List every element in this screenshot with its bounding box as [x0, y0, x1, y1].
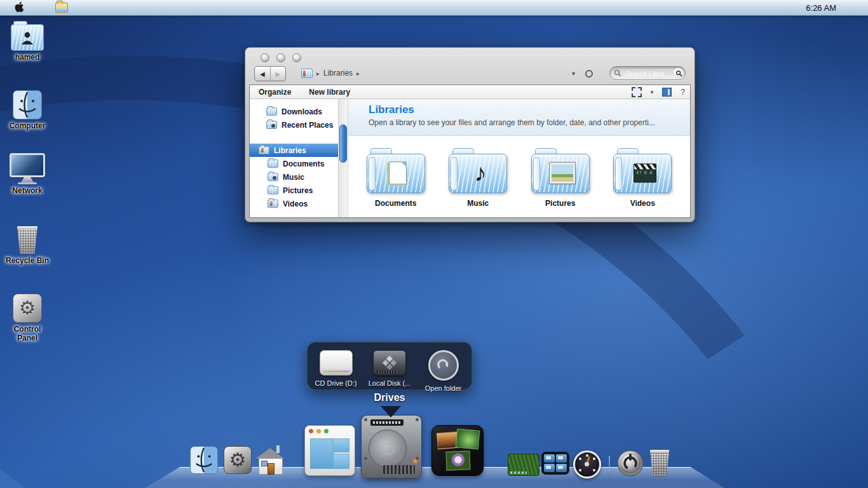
close-button[interactable]: [261, 53, 269, 62]
dock-trash-icon[interactable]: [648, 450, 671, 477]
sidebar-item-label: Documents: [283, 159, 324, 168]
drives-stack-popup: CD Drive (D:) Local Disk (... Open folde…: [307, 342, 472, 390]
dock-pictures-icon[interactable]: [431, 425, 484, 476]
dock-spaces-grid-icon[interactable]: [541, 452, 569, 475]
clapperboard-emblem-icon: [634, 163, 656, 182]
desktop-icon-recycle-bin[interactable]: Recycle Bin: [0, 222, 55, 265]
sidebar-item-label: Libraries: [274, 146, 306, 155]
popup-item-open-folder[interactable]: Open folder: [418, 350, 469, 392]
window-traffic-lights: [261, 53, 301, 62]
music-note-emblem-icon: ♪: [474, 159, 486, 186]
user-folder-icon: [11, 24, 44, 51]
music-library-icon: [268, 173, 278, 181]
sidebar-item-downloads[interactable]: Downloads: [250, 105, 338, 118]
library-folder-documents[interactable]: Documents: [355, 147, 437, 217]
desktop-icon-control-panel[interactable]: ⚙ Control Panel: [0, 291, 55, 342]
desktop-icon-user-folder[interactable]: hamed: [0, 19, 55, 62]
back-button[interactable]: ◀: [255, 67, 271, 81]
libraries-icon: [259, 146, 269, 154]
desktop-icon-label: Computer: [0, 121, 55, 130]
popup-pointer-arrow: [381, 406, 401, 417]
help-button[interactable]: ?: [681, 88, 685, 97]
imac-display-icon: [10, 153, 45, 184]
menu-bar-clock[interactable]: 6:26 AM: [806, 3, 836, 13]
sidebar-item-documents[interactable]: Documents: [250, 157, 338, 170]
new-library-button[interactable]: New library: [300, 88, 359, 97]
apple-menu-icon[interactable]: [14, 1, 25, 14]
dock-desktop-icon[interactable]: [508, 454, 539, 476]
search-input[interactable]: [623, 67, 672, 79]
desktop-icon-label: Control Panel: [8, 325, 46, 342]
history-buttons: ◀ ▶: [254, 66, 286, 81]
forward-button[interactable]: ▶: [271, 67, 286, 81]
sidebar-item-label: Videos: [283, 200, 308, 208]
sidebar-scrollbar[interactable]: [338, 99, 348, 217]
finder-face-icon: [13, 90, 42, 119]
desktop-icon-computer[interactable]: Computer: [0, 88, 55, 130]
pictures-library-icon: [268, 186, 278, 194]
libraries-icon: [301, 69, 313, 78]
open-window-folder-icon[interactable]: [55, 3, 68, 13]
navigation-pane: Downloads Recent Places Libraries Docume…: [250, 99, 338, 217]
dock-separator: [609, 456, 610, 477]
search-icon: [675, 70, 682, 77]
gear-icon: ⚙: [229, 451, 247, 470]
refresh-icon[interactable]: [585, 70, 593, 78]
breadcrumb[interactable]: ▸ Libraries ▸: [301, 66, 360, 80]
popup-item-label: Local Disk (...: [364, 379, 415, 387]
popup-item-cd-drive[interactable]: CD Drive (D:): [311, 350, 362, 387]
dock-file-browser-icon[interactable]: [304, 425, 355, 476]
minimize-button[interactable]: [276, 53, 285, 62]
dock-drives-hard-disk-icon[interactable]: [361, 415, 422, 478]
dock-finder-icon[interactable]: [190, 446, 218, 474]
desktop-icon-label: Network: [0, 186, 55, 195]
recycle-bin-icon: [15, 226, 39, 254]
library-folder-videos[interactable]: Videos: [602, 147, 684, 217]
breadcrumb-separator: ▸: [316, 70, 320, 77]
scrollbar-thumb[interactable]: [339, 125, 347, 163]
organize-menu[interactable]: Organize: [250, 88, 300, 97]
dock-dashboard-gauge-icon[interactable]: [573, 451, 601, 478]
popup-item-local-disk[interactable]: Local Disk (...: [364, 350, 415, 387]
address-dropdown-caret[interactable]: ▾: [572, 70, 575, 77]
search-go-button[interactable]: [674, 68, 684, 78]
documents-library-icon: [268, 159, 278, 168]
sidebar-item-libraries[interactable]: Libraries: [250, 144, 338, 157]
breadcrumb-location[interactable]: Libraries: [323, 69, 353, 78]
explorer-window: ◀ ▶ ▸ Libraries ▸ ▾ Organize New libra: [245, 47, 695, 222]
document-emblem-icon: [389, 161, 407, 184]
dock-power-icon[interactable]: [617, 450, 644, 479]
search-icon: [614, 69, 621, 77]
sidebar-item-label: Music: [283, 173, 304, 182]
folder-label: Pictures: [519, 199, 602, 208]
library-folder-music[interactable]: ♪ Music: [437, 147, 520, 217]
sidebar-item-label: Downloads: [281, 107, 322, 116]
menu-bar: 6:26 AM: [0, 0, 868, 16]
sidebar-item-videos[interactable]: Videos: [250, 197, 338, 210]
preview-pane-icon[interactable]: [662, 88, 672, 97]
zoom-button[interactable]: [292, 53, 301, 62]
cd-drive-icon: [320, 350, 353, 376]
folder-icon: [266, 107, 277, 116]
local-disk-icon: [373, 350, 406, 376]
sidebar-item-music[interactable]: Music: [250, 170, 338, 184]
dock-system-preferences-icon[interactable]: ⚙: [224, 446, 252, 474]
recent-places-icon: [266, 121, 277, 129]
folder-label: Videos: [602, 199, 684, 208]
views-caret[interactable]: ▾: [651, 89, 654, 95]
sidebar-group-gap: [250, 132, 338, 144]
popup-title: Drives: [307, 392, 472, 403]
window-content: Organize New library ▾ ? Downloads Recen…: [249, 85, 691, 218]
dock-home-icon[interactable]: [255, 445, 285, 473]
breadcrumb-separator[interactable]: ▸: [356, 70, 360, 77]
library-folder-pictures[interactable]: Pictures: [519, 147, 602, 217]
folder-label: Documents: [355, 199, 437, 208]
sidebar-item-pictures[interactable]: Pictures: [250, 184, 338, 197]
desktop-icon-network[interactable]: Network: [0, 152, 55, 195]
desktop-icon-label: Recycle Bin: [0, 256, 55, 265]
sidebar-item-recent-places[interactable]: Recent Places: [250, 118, 338, 132]
framed-photo-emblem-icon: [550, 163, 575, 184]
change-view-icon[interactable]: [632, 87, 642, 97]
popup-item-label: Open folder: [418, 384, 469, 392]
open-folder-arrow-icon: [428, 350, 459, 381]
